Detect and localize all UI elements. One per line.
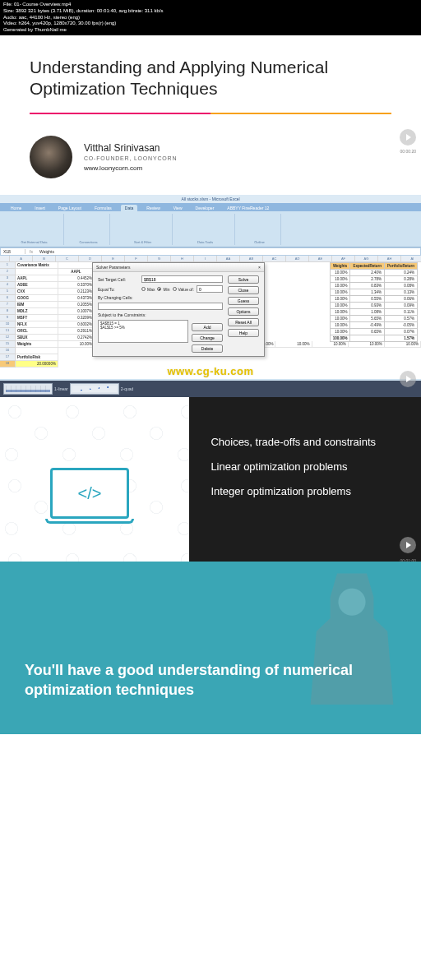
play-icon[interactable] <box>400 371 416 387</box>
tab-data[interactable]: Data <box>121 205 138 211</box>
solver-change-button[interactable]: Change <box>192 334 223 342</box>
thumb-label-1: 1-linear <box>54 386 68 391</box>
author-role: CO-FOUNDER, LOONYCORN <box>84 155 177 161</box>
solver-titlebar[interactable]: Solver Parameters × <box>93 263 264 272</box>
solver-target-label: Set Target Cell: <box>98 277 139 282</box>
solver-help-button[interactable]: Help <box>228 329 259 337</box>
author-card: Vitthal Srinivasan CO-FOUNDER, LOONYCORN… <box>0 136 421 195</box>
excel-titlebar: All stocks.xlsm - Microsoft Excel <box>0 195 421 203</box>
solver-guess-button[interactable]: Guess <box>228 297 259 305</box>
solver-radio-value[interactable]: Value of: <box>173 287 194 292</box>
solver-resetall-button[interactable]: Reset All <box>228 318 259 326</box>
tab-home[interactable]: Home <box>7 205 25 211</box>
solver-close-button[interactable]: Close <box>228 286 259 294</box>
author-site: www.loonycorn.com <box>84 164 177 172</box>
author-info: Vitthal Srinivasan CO-FOUNDER, LOONYCORN… <box>84 142 177 172</box>
tab-formulas[interactable]: Formulas <box>90 205 116 211</box>
topic-2: Linear optimization problems <box>210 455 400 479</box>
laptop-icon: </> <box>44 468 135 524</box>
excel-screenshot: All stocks.xlsm - Microsoft Excel Home I… <box>0 195 421 381</box>
ribbon-group-external[interactable]: Get External Data <box>5 214 64 245</box>
tab-view[interactable]: View <box>169 205 187 211</box>
solver-radio-max[interactable]: Max <box>141 287 155 292</box>
author-name: Vitthal Srinivasan <box>84 142 177 154</box>
fx-icon[interactable]: fx <box>25 249 37 254</box>
code-glyph-icon: </> <box>78 484 102 503</box>
play-icon[interactable] <box>400 129 416 146</box>
thumb-quad[interactable] <box>70 383 119 395</box>
formula-bar[interactable]: Weights <box>37 249 420 254</box>
solver-bychg-input[interactable] <box>98 303 223 310</box>
ribbon-body: Get External Data Connections Sort & Fil… <box>0 211 421 247</box>
solver-title-text: Solver Parameters <box>96 265 130 270</box>
solver-options-button[interactable]: Options <box>228 307 259 316</box>
solver-constraints-list[interactable]: $A$B15 = 1 $AL$15 >= 5% <box>98 320 188 343</box>
solver-radio-min[interactable]: Min <box>157 287 169 292</box>
solver-dialog[interactable]: Solver Parameters × Set Target Cell: Equ… <box>92 262 265 357</box>
solver-equal-label: Equal To: <box>98 287 139 292</box>
meta-gen: Generated by ThumbNail me <box>3 27 418 34</box>
column-headers: ABCDEFGHIAAABACADAEAFAGAHAIAJAKALAMAN <box>0 256 421 262</box>
solver-add-button[interactable]: Add <box>192 323 223 331</box>
topics-list: Choices, trade-offs and constraints Line… <box>189 397 421 562</box>
thumbnail-strip: 1-linear 2-quad <box>0 381 421 397</box>
tab-developer[interactable]: Developer <box>192 205 219 211</box>
solver-target-input[interactable] <box>141 275 223 283</box>
ribbon-group-sortfilter[interactable]: Sort & Filter <box>113 214 173 245</box>
solver-bychg-label: By Changing Cells: <box>98 295 139 300</box>
solver-solve-button[interactable]: Solve <box>228 275 259 284</box>
topics-slide: </> Choices, trade-offs and constraints … <box>0 397 421 562</box>
thumb-label-2: 2-quad <box>121 386 134 391</box>
name-box[interactable]: X18 <box>1 249 25 254</box>
ribbon-group-outline[interactable]: Outline <box>238 214 281 245</box>
solver-delete-button[interactable]: Delete <box>192 344 223 353</box>
timestamp-1: 00:00:20 <box>400 149 416 154</box>
course-title: Understanding and Applying Numerical Opt… <box>30 57 391 100</box>
video-meta: File: 01- Course Overview.mp4 Size: 3892… <box>0 0 421 35</box>
solver-valueof-input[interactable] <box>197 285 223 293</box>
topic-3: Integer optimization problems <box>210 479 400 504</box>
tab-insert[interactable]: Insert <box>30 205 49 211</box>
tab-pagelayout[interactable]: Page Layout <box>54 205 86 211</box>
tab-abbyy[interactable]: ABBYY FineReader 12 <box>223 205 273 211</box>
weights-table: WeightsExpectedReturnPortfolioReturn 10.… <box>330 262 418 342</box>
title-divider <box>30 113 391 114</box>
meta-size: Size: 3892 321 bytes (3.71 MiB), duratio… <box>3 8 418 15</box>
watermark: www.cg-ku.com <box>168 365 254 377</box>
ribbon-tabs[interactable]: Home Insert Page Layout Formulas Data Re… <box>0 203 421 211</box>
worksheet[interactable]: ABCDEFGHIAAABACADAEAFAGAHAIAJAKALAMAN 1C… <box>0 256 421 379</box>
ribbon-group-datatools[interactable]: Data Tools <box>176 214 235 245</box>
topic-1: Choices, trade-offs and constraints <box>210 430 400 455</box>
ribbon-group-connections[interactable]: Connections <box>67 214 110 245</box>
outcome-text: You'll have a good understanding of nume… <box>25 660 370 700</box>
tab-review[interactable]: Review <box>142 205 164 211</box>
solver-constraints-label: Subject to the Constraints: <box>98 312 172 317</box>
author-avatar <box>30 136 72 178</box>
constraint-2[interactable]: $AL$15 >= 5% <box>100 326 186 330</box>
title-slide: Understanding and Applying Numerical Opt… <box>0 35 421 115</box>
cell-reference-bar[interactable]: X18 fx Weights <box>0 247 421 256</box>
thumb-linear[interactable] <box>3 383 53 395</box>
close-icon[interactable]: × <box>258 265 261 270</box>
meta-file: File: 01- Course Overview.mp4 <box>3 2 418 8</box>
topics-graphic: </> <box>0 397 189 562</box>
meta-video: Video: h264, yuv420p, 1280x720, 30.00 fp… <box>3 21 418 27</box>
meta-audio: Audio: aac, 44100 Hz, stereo (eng) <box>3 15 418 21</box>
outcome-slide: You'll have a good understanding of nume… <box>0 562 421 734</box>
